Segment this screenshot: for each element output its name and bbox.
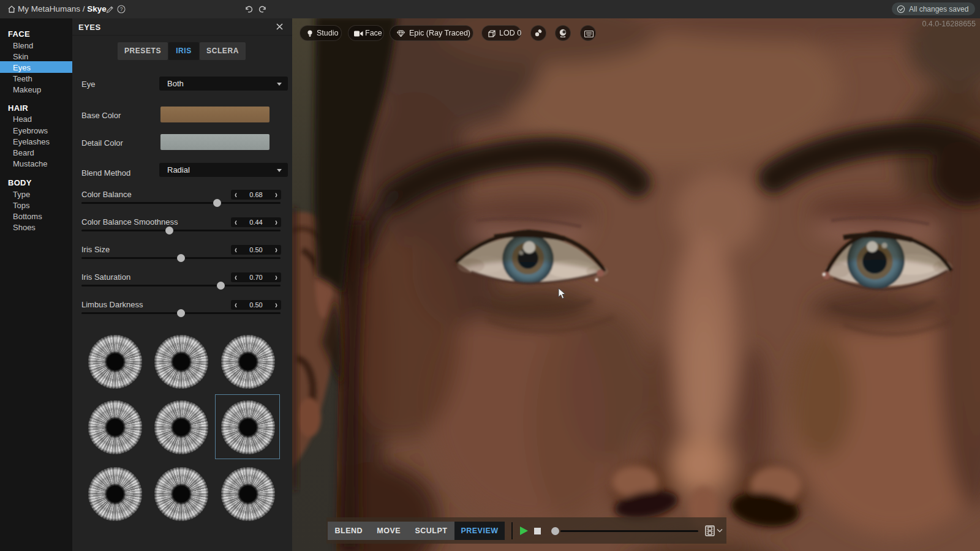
- svg-text:?: ?: [120, 6, 123, 12]
